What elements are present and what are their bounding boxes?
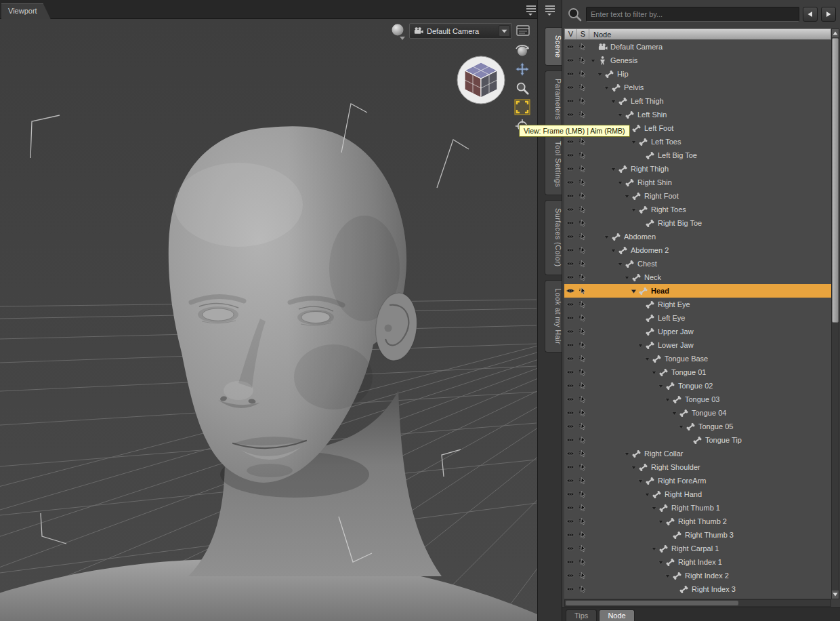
node-label[interactable]: Tongue 04 xyxy=(690,409,726,417)
select-cursor-icon[interactable] xyxy=(576,420,589,433)
expand-arrow-icon[interactable] xyxy=(629,460,637,474)
visibility-eye-icon[interactable] xyxy=(564,298,576,311)
frame-camera-icon[interactable] xyxy=(513,99,531,115)
tree-row-left-toes[interactable]: Left Toes xyxy=(564,135,831,148)
viewport-options-icon[interactable] xyxy=(515,23,531,39)
visibility-eye-icon[interactable] xyxy=(564,271,576,284)
tree-row-tongue-tip[interactable]: Tongue Tip xyxy=(564,433,831,447)
tree-row-right-shoulder[interactable]: Right Shoulder xyxy=(564,460,831,474)
vertical-scrollbar[interactable] xyxy=(831,28,839,599)
filter-previous-button[interactable] xyxy=(803,7,818,22)
column-selectable[interactable]: S xyxy=(577,29,589,39)
visibility-eye-icon[interactable] xyxy=(564,420,576,433)
visibility-eye-icon[interactable] xyxy=(564,393,576,406)
tree-row-right-forearm[interactable]: Right ForeArm xyxy=(564,474,831,487)
tree-row-left-big-toe[interactable]: Left Big Toe xyxy=(564,148,831,162)
node-label[interactable]: Left Eye xyxy=(656,314,685,322)
visibility-eye-icon[interactable] xyxy=(564,338,576,352)
select-cursor-icon[interactable] xyxy=(576,515,589,528)
select-cursor-icon[interactable] xyxy=(576,271,589,284)
tree-row-left-shin[interactable]: Left Shin xyxy=(564,108,831,121)
select-cursor-icon[interactable] xyxy=(576,284,589,298)
expand-arrow-icon[interactable] xyxy=(629,284,637,298)
node-label[interactable]: Pelvis xyxy=(622,83,644,92)
visibility-eye-icon[interactable] xyxy=(564,487,576,501)
hscrollbar-thumb[interactable] xyxy=(566,601,738,605)
select-cursor-icon[interactable] xyxy=(576,406,589,420)
visibility-eye-icon[interactable] xyxy=(564,257,576,271)
tree-row-tongue-01[interactable]: Tongue 01 xyxy=(564,365,831,379)
side-tab-scene[interactable]: Scene xyxy=(545,27,562,66)
visibility-eye-icon[interactable] xyxy=(564,474,576,487)
expand-arrow-icon[interactable] xyxy=(629,135,637,148)
tree-row-right-collar[interactable]: Right Collar xyxy=(564,447,831,460)
node-label[interactable]: Right Toes xyxy=(649,205,686,214)
scroll-down-icon[interactable] xyxy=(832,590,839,599)
expand-arrow-icon[interactable] xyxy=(602,230,610,243)
select-cursor-icon[interactable] xyxy=(576,501,589,515)
view-cube[interactable] xyxy=(455,54,507,106)
tree-row-right-hand[interactable]: Right Hand xyxy=(564,487,831,501)
select-cursor-icon[interactable] xyxy=(576,487,589,501)
node-label[interactable]: Tongue 05 xyxy=(696,422,733,430)
node-label[interactable]: Left Foot xyxy=(642,124,673,132)
select-cursor-icon[interactable] xyxy=(576,54,589,67)
node-label[interactable]: Right Shin xyxy=(635,178,672,186)
node-label[interactable]: Right Thigh xyxy=(629,165,669,173)
select-cursor-icon[interactable] xyxy=(576,569,589,582)
tree-row-genesis[interactable]: Genesis xyxy=(564,54,831,67)
tree-row-abdomen[interactable]: Abdomen xyxy=(564,230,831,243)
visibility-eye-icon[interactable] xyxy=(564,54,576,67)
visibility-eye-icon[interactable] xyxy=(564,216,576,230)
select-cursor-icon[interactable] xyxy=(576,447,589,460)
node-label[interactable]: Left Toes xyxy=(649,138,681,146)
viewport-pane-menu-icon[interactable] xyxy=(524,3,537,16)
visibility-eye-icon[interactable] xyxy=(564,203,576,216)
tree-row-head[interactable]: Head xyxy=(564,284,831,298)
panel-pane-menu-icon[interactable] xyxy=(543,3,557,16)
node-label[interactable]: Right Thumb 1 xyxy=(669,504,720,512)
select-cursor-icon[interactable] xyxy=(576,311,589,325)
visibility-eye-icon[interactable] xyxy=(564,108,576,121)
node-label[interactable]: Right ForeArm xyxy=(656,477,707,485)
tree-row-tongue-02[interactable]: Tongue 02 xyxy=(564,379,831,393)
visibility-eye-icon[interactable] xyxy=(564,311,576,325)
select-cursor-icon[interactable] xyxy=(576,81,589,94)
side-tab-parameters[interactable]: Parameters xyxy=(545,71,562,128)
expand-arrow-icon[interactable] xyxy=(589,54,597,67)
expand-arrow-icon[interactable] xyxy=(623,271,631,284)
visibility-eye-icon[interactable] xyxy=(564,135,576,148)
tree-row-tongue-03[interactable]: Tongue 03 xyxy=(564,393,831,406)
visibility-eye-icon[interactable] xyxy=(564,325,576,338)
scrollbar-thumb[interactable] xyxy=(832,38,839,323)
node-label[interactable]: Right Big Toe xyxy=(656,219,702,227)
expand-arrow-icon[interactable] xyxy=(650,501,658,515)
expand-arrow-icon[interactable] xyxy=(616,108,624,121)
node-label[interactable]: Abdomen xyxy=(622,233,656,241)
tree-row-right-thigh[interactable]: Right Thigh xyxy=(564,162,831,176)
expand-arrow-icon[interactable] xyxy=(609,243,617,257)
tree-row-right-toes[interactable]: Right Toes xyxy=(564,203,831,216)
node-label[interactable]: Upper Jaw xyxy=(656,327,694,336)
expand-arrow-icon[interactable] xyxy=(650,542,658,555)
expand-arrow-icon[interactable] xyxy=(643,487,651,501)
visibility-eye-icon[interactable] xyxy=(564,230,576,243)
expand-arrow-icon[interactable] xyxy=(616,176,624,189)
node-label[interactable]: Tongue 03 xyxy=(683,395,719,403)
tree-row-tongue-base[interactable]: Tongue Base xyxy=(564,352,831,365)
tree-row-neck[interactable]: Neck xyxy=(564,271,831,284)
visibility-eye-icon[interactable] xyxy=(564,460,576,474)
visibility-eye-icon[interactable] xyxy=(564,284,576,298)
node-label[interactable]: Right Index 1 xyxy=(676,558,722,566)
select-cursor-icon[interactable] xyxy=(576,216,589,230)
tree-row-right-carpal-1[interactable]: Right Carpal 1 xyxy=(564,542,831,555)
tree-row-right-big-toe[interactable]: Right Big Toe xyxy=(564,216,831,230)
node-label[interactable]: Lower Jaw xyxy=(656,341,694,349)
pan-camera-icon[interactable] xyxy=(513,61,531,77)
viewport-tab[interactable]: Viewport xyxy=(1,3,51,19)
expand-arrow-icon[interactable] xyxy=(636,338,644,352)
node-label[interactable]: Abdomen 2 xyxy=(629,246,669,254)
expand-arrow-icon[interactable] xyxy=(656,379,665,393)
filter-next-button[interactable] xyxy=(821,7,836,22)
expand-arrow-icon[interactable] xyxy=(670,406,678,420)
